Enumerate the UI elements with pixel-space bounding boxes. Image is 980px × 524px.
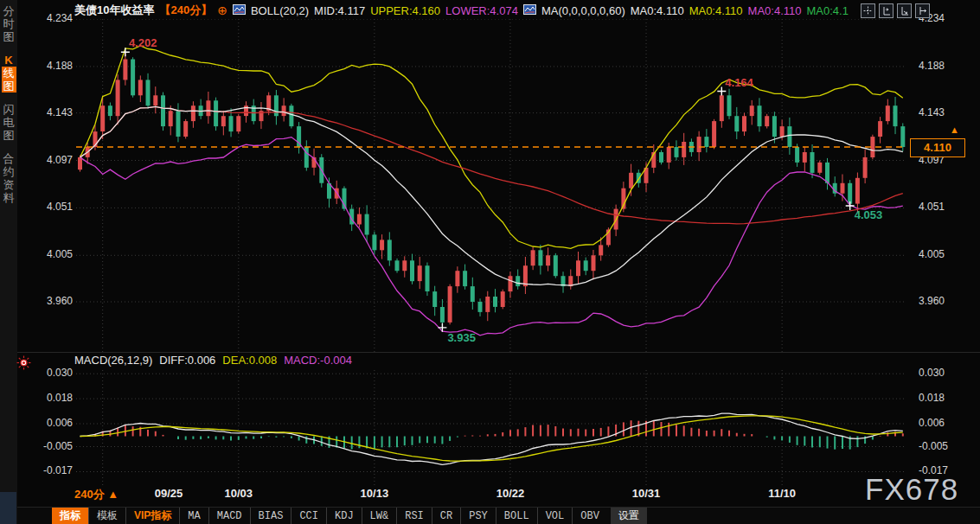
main-y-tick-label: 4.005 [919,248,945,260]
x-axis-date-label: 09/25 [155,487,183,500]
toolbar-item-boll[interactable]: BOLL [496,508,537,524]
toolbar-item-ma[interactable]: MA [179,508,208,524]
legend-boll-label: BOLL(20,2) [251,4,309,17]
macd-chart-canvas[interactable] [76,370,906,486]
watermark: FX678 [865,472,958,507]
toolbar-item-obv[interactable]: OBV [572,508,607,524]
main-y-tick-label: 3.960 [21,295,73,307]
macd-y-tick-label: -0.005 [21,440,73,452]
toolbar-item-cci[interactable]: CCI [291,508,326,524]
symbol-title: 美债10年收益率 [74,3,154,18]
x-axis-date-label: 10/22 [496,487,525,500]
macd-label: MACD(26,12,9) [74,354,152,367]
main-y-tick-label: 4.188 [21,60,73,72]
toolbar-item-vol[interactable]: VOL [537,508,573,524]
main-chart-canvas[interactable]: 4.2024.1644.0533.935 [76,19,906,352]
y-axis-scale-button[interactable] [879,3,894,18]
toolbar-item-indicators[interactable]: 指标 [52,508,88,524]
macd-y-tick-label: 0.018 [21,392,73,404]
window-tools [861,3,930,18]
toolbar-item-cr[interactable]: CR [432,508,460,524]
main-y-tick-label: 4.051 [21,201,73,213]
panel-divider [17,352,980,353]
boll-indicator-icon[interactable] [233,4,246,17]
svg-text:4.202: 4.202 [129,36,157,49]
macd-y-tick-label: 0.006 [21,417,73,429]
macd-diff-value: DIFF:0.006 [159,354,215,367]
ma-indicator-icon[interactable] [523,4,536,17]
macd-legend: MACD(26,12,9) DIFF:0.006 DEA:0.008 MACD:… [74,354,352,367]
toolbar-item-psy[interactable]: PSY [460,508,496,524]
macd-y-tick-label: 0.006 [919,417,945,429]
macd-y-tick-label: 0.030 [919,367,945,379]
main-y-tick-label: 4.097 [21,154,73,166]
corner-block [0,492,16,524]
legend-ma1: MA0:4.110 [689,4,743,17]
indicator-toolbar: 指标模板VIP指标MAMACDBIASCCIKDJLW&RSICRPSYBOLL… [17,507,980,524]
toolbar-item-lwr[interactable]: LW& [362,508,397,524]
svg-text:3.935: 3.935 [447,331,476,344]
macd-y-tick-label: -0.017 [21,464,73,476]
sidebar-item-candlestick-chart[interactable]: K线图 [0,54,17,93]
crosshair-tool-button[interactable] [861,3,875,18]
sidebar-item-contract-info[interactable]: 合约资料 [0,152,17,204]
toolbar-item-settings[interactable]: 设置 [611,508,647,524]
svg-text:4.053: 4.053 [855,208,883,221]
macd-indicator-icon[interactable] [16,355,31,374]
toolbar-item-bias[interactable]: BIAS [250,508,291,524]
jump-to-latest-icon[interactable]: ▲ [950,125,959,135]
legend-bar: 美债10年收益率 【240分】 ⊕ BOLL(20,2) MID:4.117 U… [74,3,849,18]
toolbar-item-kdj[interactable]: KDJ [326,508,362,524]
period-badge-text: 240分 [74,488,105,501]
toolbar-item-vip-indicators[interactable]: VIP指标 [125,508,179,524]
period-tag: 【240分】 [159,3,212,18]
main-y-tick-label: 3.960 [919,295,945,307]
legend-ma-label: MA(0,0,0,0,0,60) [541,4,625,17]
legend-boll-mid: MID:4.117 [314,4,365,17]
x-axis-date-label: 10/13 [361,487,389,500]
x-axis-date-label: 10/03 [224,487,253,500]
main-y-tick-label: 4.143 [21,106,73,118]
last-price-label: 4.110 [910,138,965,157]
legend-ma2: MA0:4.110 [748,4,802,17]
macd-macd-value: MACD:-0.004 [284,354,352,367]
sidebar: 分时图K线图闪电图合约资料 [0,0,17,524]
legend-boll-lower: LOWER:4.074 [445,4,518,17]
main-y-tick-label: 4.188 [919,60,945,72]
sidebar-item-time-share-chart[interactable]: 分时图 [0,4,17,43]
macd-y-tick-label: -0.005 [919,440,948,452]
period-badge-arrow-icon: ▲ [107,488,118,501]
chart-window: 分时图K线图闪电图合约资料 美债10年收益率 【240分】 ⊕ BOLL(20,… [0,0,980,524]
legend-ma3: MA0:4.1 [806,4,848,17]
toolbar-item-rsi[interactable]: RSI [396,508,432,524]
pan-right-button[interactable] [915,3,930,18]
main-y-tick-label: 4.143 [919,106,945,118]
toolbar-item-macd[interactable]: MACD [208,508,250,524]
x-axis-scale-button[interactable] [897,3,912,18]
period-badge[interactable]: 240分 ▲ [74,487,118,502]
legend-ma0: MA0:4.110 [631,4,684,17]
x-axis-date-label: 11/10 [768,487,796,500]
svg-text:4.164: 4.164 [725,76,753,89]
main-y-tick-label: 4.051 [919,201,945,213]
macd-dea-value: DEA:0.008 [222,354,277,367]
legend-boll-upper: UPPER:4.160 [370,4,440,17]
toolbar-item-templates[interactable]: 模板 [88,508,125,524]
macd-y-tick-label: 0.018 [919,392,945,404]
sidebar-item-flash-chart[interactable]: 闪电图 [0,103,17,142]
main-y-tick-label: 4.005 [21,248,73,260]
x-axis-date-label: 10/31 [632,487,661,500]
main-y-tick-label: 4.234 [21,12,73,24]
add-indicator-icon[interactable]: ⊕ [217,3,227,17]
